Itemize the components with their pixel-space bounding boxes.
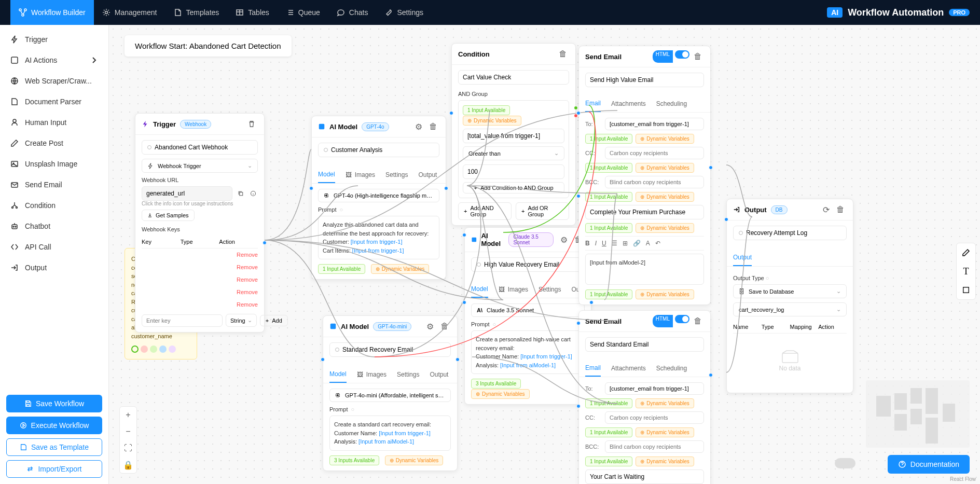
node-trigger[interactable]: Trigger Webhook Abandoned Cart Webhook W… — [135, 113, 265, 333]
node-send-email-2[interactable]: Send Email HTML 🗑 Email Attachments Sche… — [578, 310, 711, 484]
prompt-textarea[interactable]: Create a standard cart recovery email: C… — [329, 416, 451, 451]
sidebar-item-ai-actions[interactable]: AI Actions — [0, 50, 108, 71]
condition-value-input[interactable] — [463, 164, 564, 179]
tab-output[interactable]: Output — [430, 366, 448, 383]
node-send-email-1[interactable]: Send Email HTML 🗑 Email Attachments Sche… — [578, 46, 711, 305]
edit-tool-button[interactable] — [957, 243, 975, 262]
html-toggle[interactable] — [675, 50, 689, 59]
sidebar-item-email[interactable]: Send Email — [0, 174, 108, 195]
tab-email[interactable]: Email — [585, 360, 601, 377]
model-select[interactable]: ֎ GPT-4o-mini (Affordable, intelligent s… — [329, 389, 451, 402]
import-export-button[interactable]: Import/Export — [6, 460, 102, 478]
sidebar-item-chatbot[interactable]: Chatbot — [0, 216, 108, 237]
nav-workflow-builder[interactable]: Workflow Builder — [10, 0, 94, 25]
sidebar-item-scraper[interactable]: Web Scraper/Craw... — [0, 71, 108, 91]
subject-input[interactable] — [585, 205, 704, 219]
tab-output[interactable]: Output — [733, 250, 752, 266]
node-ai-model-2[interactable]: AI Model GPT-4o-mini ⚙🗑 Standard Recover… — [323, 315, 458, 471]
tab-scheduling[interactable]: Scheduling — [656, 95, 687, 112]
key-input[interactable] — [142, 314, 223, 327]
workflow-canvas[interactable]: Workflow Start: Abandoned Cart Detection… — [109, 25, 980, 484]
delete-icon[interactable]: 🗑 — [834, 203, 847, 216]
shape-tool-button[interactable] — [957, 281, 975, 299]
nav-tables[interactable]: Tables — [227, 0, 277, 25]
refresh-icon[interactable]: ⟳ — [820, 203, 832, 216]
lock-button[interactable]: 🔒 — [120, 457, 136, 473]
tab-images[interactable]: 🖼 Images — [499, 281, 528, 298]
execute-workflow-button[interactable]: Execute Workflow — [6, 417, 102, 434]
add-and-button[interactable]: + Add AND Group — [458, 202, 512, 220]
info-icon[interactable] — [249, 187, 258, 200]
dynamic-vars-button[interactable]: ⊕ Dynamic Variables — [471, 389, 530, 399]
delete-icon[interactable] — [245, 118, 258, 130]
delete-icon[interactable]: 🗑 — [692, 50, 704, 63]
add-button[interactable]: + Add — [260, 315, 288, 326]
tab-settings[interactable]: Settings — [385, 167, 408, 183]
settings-icon[interactable]: ⚙ — [412, 120, 425, 133]
theme-toggle[interactable] — [835, 458, 855, 468]
node-output[interactable]: Output DB ⟳🗑 Recovery Attempt Log Output… — [726, 199, 853, 393]
delete-icon[interactable]: 🗑 — [438, 320, 451, 333]
tab-model[interactable]: Model — [329, 366, 347, 383]
sidebar-item-post[interactable]: Create Post — [0, 133, 108, 154]
add-condition-button[interactable]: + Add Condition to AND Group — [463, 182, 564, 193]
remove-button[interactable]: Remove — [237, 264, 258, 270]
tab-settings[interactable]: Settings — [397, 366, 419, 383]
zoom-out-button[interactable]: − — [120, 423, 136, 440]
subject-input[interactable] — [585, 469, 704, 484]
delete-icon[interactable]: 🗑 — [427, 120, 439, 133]
tab-model[interactable]: Model — [471, 281, 488, 298]
prompt-textarea[interactable]: Create a personalized high-value cart re… — [471, 330, 585, 374]
settings-icon[interactable]: ⚙ — [558, 233, 570, 246]
fit-view-button[interactable]: ⛶ — [120, 440, 136, 457]
sidebar-item-trigger[interactable]: Trigger — [0, 29, 108, 50]
remove-button[interactable]: Remove — [237, 289, 258, 295]
cc-input[interactable] — [605, 147, 704, 159]
nav-management[interactable]: Management — [94, 0, 165, 25]
dynamic-vars-button[interactable]: ⊕ Dynamic Variables — [385, 455, 444, 465]
nav-queue[interactable]: Queue — [278, 0, 328, 25]
node-name-field[interactable]: Abandoned Cart Webhook — [142, 140, 258, 155]
tab-images[interactable]: 🖼 Images — [346, 167, 375, 183]
model-select[interactable]: A\ Claude 3.5 Sonnet — [471, 303, 585, 317]
trigger-type-select[interactable]: Webhook Trigger⌄ — [142, 159, 258, 173]
sidebar-item-api[interactable]: API Call — [0, 237, 108, 257]
sidebar-item-output[interactable]: Output — [0, 257, 108, 278]
output-table-select[interactable]: cart_recovery_log⌄ — [733, 302, 847, 316]
delete-icon[interactable]: 🗑 — [692, 315, 704, 327]
copy-icon[interactable] — [236, 187, 245, 200]
remove-button[interactable]: Remove — [237, 252, 258, 258]
text-tool-button[interactable]: T — [957, 262, 975, 281]
model-select[interactable]: ֎ GPT-4o (High-intelligence flagship mod… — [318, 189, 439, 202]
prompt-textarea[interactable]: Analyze this abandoned cart data and det… — [318, 216, 439, 259]
node-ai-model-1[interactable]: AI Model GPT-4o ⚙🗑 Customer Analysis Mod… — [311, 116, 446, 280]
delete-icon[interactable]: 🗑 — [557, 48, 569, 60]
documentation-button[interactable]: Documentation — [888, 455, 970, 474]
tab-attachments[interactable]: Attachments — [611, 95, 646, 112]
sidebar-item-parser[interactable]: Document Parser — [0, 91, 108, 112]
save-workflow-button[interactable]: Save Workflow — [6, 395, 102, 412]
to-input[interactable] — [605, 382, 704, 395]
settings-icon[interactable]: ⚙ — [424, 320, 436, 333]
tab-output[interactable]: Output — [418, 167, 437, 183]
node-name-field[interactable]: High Value Recovery Email — [471, 257, 585, 272]
nav-templates[interactable]: Templates — [165, 0, 228, 25]
condition-field-input[interactable] — [463, 129, 564, 143]
cc-input[interactable] — [605, 411, 704, 424]
type-select[interactable]: String⌄ — [226, 314, 257, 327]
node-condition[interactable]: Condition 🗑 AND Group 1 Input Available … — [451, 43, 576, 226]
get-samples-button[interactable]: Get Samples — [142, 210, 195, 221]
remove-button[interactable]: Remove — [237, 301, 258, 308]
dynamic-vars-button[interactable]: ⊕ Dynamic Variables — [371, 264, 430, 274]
node-name-field[interactable]: Standard Recovery Email — [329, 342, 451, 357]
condition-name-input[interactable] — [458, 70, 569, 85]
minimap[interactable] — [866, 380, 970, 448]
node-name-field[interactable]: Customer Analysis — [318, 143, 439, 157]
tab-attachments[interactable]: Attachments — [611, 360, 646, 377]
bcc-input[interactable] — [605, 440, 704, 453]
tab-scheduling[interactable]: Scheduling — [656, 360, 687, 377]
tab-model[interactable]: Model — [318, 167, 335, 183]
tab-email[interactable]: Email — [585, 95, 601, 112]
dynamic-vars-button[interactable]: ⊕ Dynamic Variables — [463, 116, 521, 126]
sidebar-item-condition[interactable]: Condition — [0, 195, 108, 216]
